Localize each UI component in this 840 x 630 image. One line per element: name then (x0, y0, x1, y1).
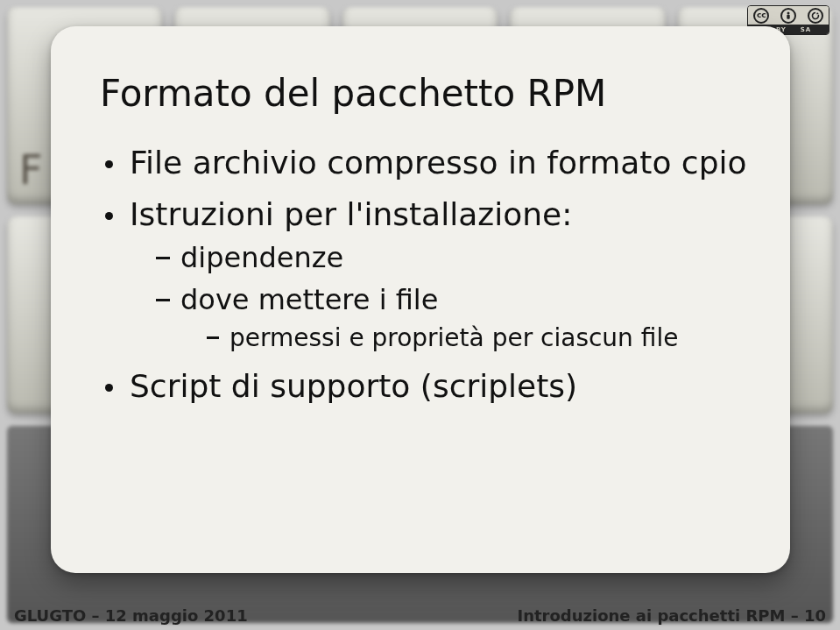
list-item: Script di supporto (scriplets) (100, 368, 760, 404)
bullet-text: permessi e proprietà per ciascun file (229, 323, 678, 352)
bullet-text: dove mettere i file (180, 283, 438, 316)
bullet-text: dipendenze (180, 241, 343, 274)
sub-sub-list: permessi e proprietà per ciascun file (203, 323, 760, 352)
svg-point-0 (787, 11, 789, 14)
cc-icon: cc (753, 8, 769, 24)
slide-footer: GLUGTO – 12 maggio 2011 Introduzione ai … (0, 600, 840, 630)
bullet-text: Script di supporto (scriplets) (130, 368, 577, 404)
content-card: Formato del pacchetto RPM File archivio … (51, 26, 790, 573)
svg-rect-1 (787, 14, 789, 18)
sa-icon (808, 8, 823, 24)
bullet-text: Istruzioni per l'installazione: (130, 196, 572, 232)
footer-right: Introduzione ai pacchetti RPM – 10 (517, 606, 826, 625)
bullet-list: File archivio compresso in formato cpio … (100, 145, 760, 404)
list-item: Istruzioni per l'installazione: dipenden… (100, 196, 760, 352)
slide-root: F G H J V B N cc BY SA Formato del pacch… (0, 0, 840, 630)
bullet-text: File archivio compresso in formato cpio (130, 145, 747, 181)
cc-sa-label: SA (801, 26, 811, 33)
list-item: permessi e proprietà per ciascun file (203, 323, 760, 352)
key-glyph: F (19, 146, 42, 194)
cc-icons-row: cc (748, 6, 829, 25)
list-item: dipendenze (152, 241, 760, 274)
sub-list: dipendenze dove mettere i file permessi … (152, 241, 760, 352)
list-item: dove mettere i file permessi e proprietà… (152, 283, 760, 352)
footer-left: GLUGTO – 12 maggio 2011 (14, 606, 248, 625)
list-item: File archivio compresso in formato cpio (100, 145, 760, 181)
by-icon (780, 8, 796, 24)
slide-title: Formato del pacchetto RPM (100, 72, 760, 115)
